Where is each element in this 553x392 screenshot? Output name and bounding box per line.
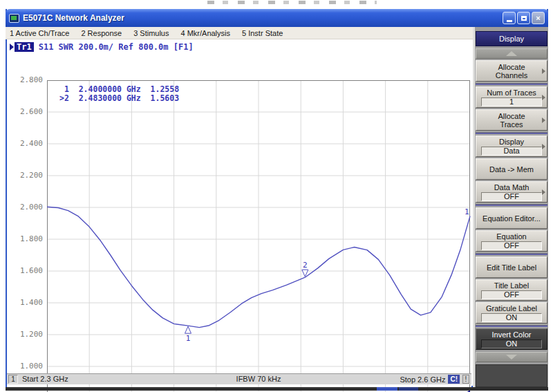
softkey-label: Edit Title Label: [487, 263, 536, 272]
softkey-edit-title-label[interactable]: Edit Title Label: [476, 256, 547, 278]
softkey-menu-title: Display: [476, 31, 547, 46]
app-icon: [9, 14, 19, 23]
softkey-value: OFF: [481, 290, 542, 299]
softkey-label: Channels: [496, 71, 527, 80]
submenu-arrow-icon: [542, 189, 545, 195]
softkey-label: Allocate: [498, 112, 525, 120]
softkey-title-label[interactable]: Title LabelOFF: [476, 279, 547, 301]
menu-item-1[interactable]: 1 Active Ch/Trace: [10, 29, 69, 37]
trace-status-line: Tr1 S11 SWR 200.0m/ Ref 800.0m [F1]: [10, 41, 194, 52]
chevron-up-icon: [506, 51, 517, 56]
y-tick-label: 2.800: [20, 75, 43, 84]
channel-number-box: 1: [8, 375, 18, 384]
window-title: E5071C Network Analyzer: [23, 13, 503, 23]
softkey-group-separator: [476, 205, 547, 206]
submenu-arrow-icon: [542, 118, 545, 123]
softkey-label: Title Label: [494, 281, 529, 290]
active-trace-arrow-icon: [10, 44, 14, 50]
menu-item-3[interactable]: 3 Stimulus: [133, 29, 169, 37]
cropped-text-artifact: [207, 1, 377, 4]
softkey-label: Data Math: [494, 183, 529, 192]
softkey-graticule-label[interactable]: Graticule LabelON: [476, 302, 547, 324]
softkey-label: Equation Editor...: [482, 214, 541, 223]
submenu-arrow-icon: [542, 95, 545, 100]
scroll-down-button[interactable]: [476, 352, 547, 362]
softkey-value: ON: [481, 313, 542, 322]
page-background: E5071C Network Analyzer × 1 Active Ch/Tr…: [0, 0, 553, 392]
submenu-arrow-icon: [542, 144, 545, 149]
softkey-group-separator: [476, 254, 547, 255]
y-tick-label: 1.200: [20, 330, 43, 339]
softkey-label: Num of Traces: [487, 88, 536, 97]
y-tick-label: 1.400: [20, 298, 43, 307]
softkey-label: Allocate: [498, 63, 525, 71]
softkey-data-math[interactable]: Data MathOFF: [476, 181, 547, 203]
softkey-data-mem[interactable]: Data -> Mem: [476, 158, 547, 180]
restore-button[interactable]: [517, 12, 530, 24]
marker-2-label: 2: [303, 261, 308, 270]
analyzer-window: E5071C Network Analyzer × 1 Active Ch/Tr…: [6, 9, 548, 387]
title-bar: E5071C Network Analyzer ×: [6, 9, 548, 27]
y-tick-label: 1.800: [20, 234, 43, 243]
softkey-group-separator: [476, 84, 547, 85]
softkey-sidebar: Display AllocateChannelsNum of Traces1Al…: [473, 27, 548, 387]
softkey-label: Graticule Label: [486, 304, 537, 312]
bottom-taskbar-strip: [6, 387, 548, 391]
taskbar-segment: [399, 387, 418, 391]
softkey-value: OFF: [481, 241, 542, 250]
y-tick-label: 2.000: [20, 203, 43, 212]
y-tick-label: 2.400: [20, 139, 43, 148]
softkey-value: 1: [481, 97, 542, 106]
softkey-equation-editor[interactable]: Equation Editor...: [476, 207, 547, 229]
y-tick-label: 2.600: [20, 107, 43, 116]
menu-item-2[interactable]: 2 Response: [81, 29, 122, 37]
grid-lines: [47, 80, 470, 392]
trace-format-text: S11 SWR 200.0m/ Ref 800.0m [F1]: [39, 42, 194, 52]
softkey-display[interactable]: DisplayData: [476, 136, 547, 157]
softkey-equation[interactable]: EquationOFF: [476, 230, 547, 252]
content-area: Tr1 S11 SWR 200.0m/ Ref 800.0m [F1] 2.80…: [7, 39, 471, 387]
softkey-label: Data -> Mem: [489, 165, 534, 174]
minimize-button[interactable]: [503, 12, 516, 24]
menu-item-5[interactable]: 5 Instr State: [242, 29, 283, 37]
alert-indicator: !: [462, 375, 469, 384]
cal-status-badge: C!: [448, 375, 460, 384]
softkey-allocate-channels[interactable]: AllocateChannels: [476, 60, 547, 82]
marker-1-label: 1: [186, 334, 191, 343]
y-axis-labels: 2.8002.6002.4002.2002.0001.8001.6001.400…: [7, 80, 44, 392]
softkey-value: OFF: [481, 192, 542, 201]
sidebar-empty-panel: [476, 364, 547, 387]
status-bar: 1 Start 2.3 GHz IFBW 70 kHz Stop 2.6 GHz…: [7, 373, 471, 384]
minimize-icon: [507, 20, 512, 22]
trace-id-badge[interactable]: Tr1: [15, 42, 34, 52]
softkey-label: Display: [499, 138, 524, 146]
softkey-allocate-traces[interactable]: AllocateTraces: [476, 109, 547, 131]
close-button[interactable]: ×: [532, 12, 545, 24]
marker-readout: 1 2.4000000 GHz 1.2558 >2 2.4830000 GHz …: [59, 85, 179, 103]
plot-area[interactable]: 121 1 2.4000000 GHz 1.2558 >2 2.4830000 …: [47, 80, 470, 392]
softkey-label: Equation: [496, 232, 526, 241]
menu-item-4[interactable]: 4 Mkr/Analysis: [180, 29, 230, 37]
menu-bar: 1 Active Ch/Trace2 Response3 Stimulus4 M…: [6, 27, 548, 39]
stop-frequency-label: Stop 2.6 GHz: [400, 375, 445, 384]
softkey-group-separator: [476, 133, 547, 134]
submenu-arrow-icon: [542, 68, 545, 74]
softkey-value: Data: [481, 147, 542, 156]
softkey-label: Invert Color: [492, 330, 532, 339]
softkey-label: Traces: [500, 120, 523, 129]
marker-1-icon[interactable]: [185, 326, 191, 333]
restore-icon: [521, 16, 527, 21]
trace-end-number: 1: [465, 207, 469, 216]
taskbar-segment: [377, 387, 397, 391]
softkey-group-separator: [476, 326, 547, 327]
y-tick-label: 1.600: [20, 266, 43, 275]
close-icon: ×: [536, 15, 540, 22]
softkey-invert-color[interactable]: Invert ColorON: [476, 328, 547, 350]
softkey-num-of-traces[interactable]: Num of Traces1: [476, 86, 547, 108]
chevron-down-icon: [506, 355, 517, 360]
swr-trace-chart: 121: [47, 80, 470, 392]
scroll-up-button[interactable]: [476, 48, 547, 59]
y-tick-label: 2.200: [20, 171, 43, 180]
softkey-value: ON: [481, 339, 542, 348]
y-tick-label: 1.000: [20, 362, 43, 371]
